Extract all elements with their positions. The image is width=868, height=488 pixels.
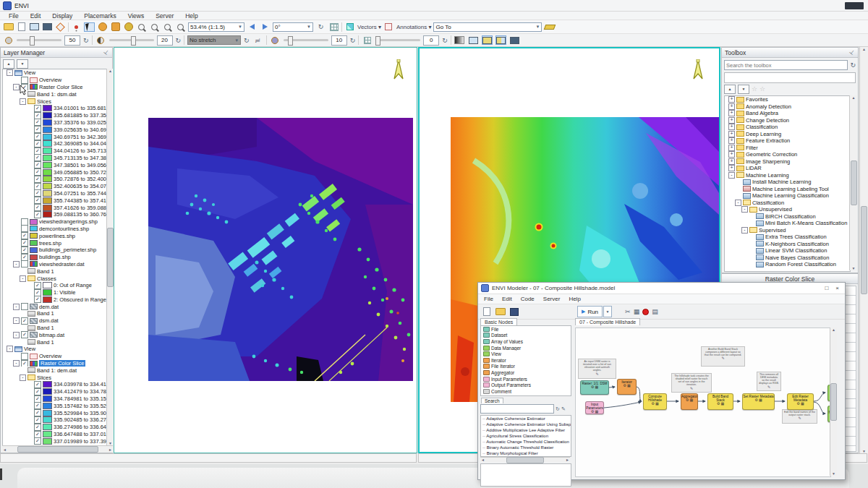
modeler-menu-item[interactable]: Server — [539, 296, 565, 302]
chip-diamond-icon[interactable] — [55, 22, 66, 32]
layer-checkbox[interactable] — [21, 261, 28, 268]
add-favorite-icon[interactable]: ☆ — [752, 85, 757, 93]
layer-checkbox[interactable]: ✓ — [21, 247, 28, 254]
zoom-out-icon[interactable] — [162, 22, 173, 32]
comment-node[interactable]: The hillshade task creates the shaded re… — [671, 373, 712, 393]
layer-checkbox[interactable] — [21, 303, 28, 310]
tree-row[interactable]: ✓345.713135 to 347.384 — [3, 155, 107, 162]
new-view-icon[interactable] — [29, 22, 40, 32]
dsm-raster-image[interactable] — [148, 118, 413, 381]
layer-checkbox[interactable]: ✓ — [34, 155, 41, 162]
tree-row[interactable]: BIRCH Classification — [725, 213, 850, 221]
tree-row[interactable]: -Supervised — [725, 227, 850, 234]
expander-toggle[interactable]: + — [728, 124, 735, 130]
raster-1-1-dsm-node[interactable]: Raster: 1/1: DSM⚙ ▦ — [580, 380, 609, 395]
menu-item[interactable]: Display — [46, 12, 78, 20]
layer-checkbox[interactable]: ✓ — [34, 105, 41, 112]
task-refresh-icon[interactable]: ↻ — [556, 406, 560, 412]
tree-row[interactable]: ✓357.41626 to 359.0881 — [3, 204, 107, 211]
reset-rotation-icon[interactable]: ↻ — [315, 22, 326, 32]
transparency-slider[interactable] — [375, 39, 420, 41]
maximize-icon[interactable]: □ — [825, 285, 828, 291]
layer-checkbox[interactable]: ✓ — [34, 176, 41, 183]
views-layout-icon[interactable] — [42, 22, 53, 32]
menu-item[interactable]: File — [3, 12, 25, 20]
tree-row[interactable]: -Classes — [3, 275, 107, 282]
layer-checkbox[interactable] — [21, 77, 28, 84]
tree-row[interactable]: ✓350.72876 to 352.4006 — [3, 176, 107, 183]
expander-toggle[interactable]: + — [728, 158, 735, 165]
orbit-tool-icon[interactable] — [123, 22, 134, 32]
tree-row[interactable]: ✓334.01001 to 335.6818 — [3, 105, 107, 112]
layer-checkbox[interactable] — [21, 218, 28, 226]
fly-tool-icon[interactable] — [110, 22, 121, 32]
expander-toggle[interactable]: - — [13, 84, 20, 90]
modeler-menu-item[interactable]: Edit — [498, 296, 516, 302]
layer-checkbox[interactable]: ✓ — [34, 409, 41, 416]
layer-checkbox[interactable]: ✓ — [34, 388, 41, 395]
tree-row[interactable]: Band 1: dem.dat — [3, 367, 107, 374]
brightness-value[interactable]: 50 — [64, 35, 80, 46]
record-icon[interactable] — [642, 309, 649, 315]
tree-row[interactable]: +Geometric Correction — [725, 151, 850, 158]
save-model-icon[interactable] — [509, 307, 519, 317]
modeler-title-bar[interactable]: ENVI Modeler - 07 - Composite Hillshade.… — [478, 283, 845, 294]
tree-row[interactable]: ✓trees.shp — [3, 239, 107, 247]
expander-toggle[interactable]: + — [728, 145, 735, 151]
menu-item[interactable]: Placemarks — [78, 12, 122, 20]
layer-checkbox[interactable]: ✓ — [21, 254, 28, 261]
expand-all-button[interactable]: ▼ — [17, 59, 28, 69]
basic-node-item[interactable]: Array of Values — [481, 338, 571, 345]
code-view-icon[interactable]: ▤ — [652, 308, 658, 315]
close-icon[interactable]: × — [835, 285, 839, 291]
goto-combobox[interactable]: Go To▼ — [433, 22, 542, 32]
collapse-all-button[interactable]: ▲ — [724, 85, 736, 94]
annotations-dropdown[interactable]: Annotations ▾ — [396, 24, 432, 30]
layer-checkbox[interactable]: ✓ — [34, 211, 41, 218]
expander-toggle[interactable]: + — [728, 151, 735, 158]
tree-row[interactable]: Install Machine Learning — [725, 179, 850, 186]
basic-node-item[interactable]: Input Parameters — [481, 376, 571, 382]
stretch-reset-icon[interactable]: ↻ — [244, 37, 250, 44]
expander-toggle[interactable]: + — [728, 96, 735, 103]
rotation-select[interactable]: 0°▼ — [273, 22, 313, 32]
flicker-icon[interactable] — [482, 35, 493, 45]
expander-toggle[interactable]: - — [7, 69, 13, 76]
select-cursor-icon[interactable] — [84, 22, 95, 32]
brightness-reset-icon[interactable]: ↻ — [83, 37, 89, 44]
tree-row[interactable]: -✓Raster Color Slice — [3, 360, 107, 367]
layer-checkbox[interactable]: ✓ — [34, 112, 41, 119]
transparency-value[interactable]: 0 — [423, 35, 439, 46]
layer-tree-hscrollbar[interactable]: ◄► — [2, 445, 113, 453]
expander-toggle[interactable]: - — [13, 304, 20, 310]
tree-row[interactable]: viewshedrangerings.shp — [3, 218, 107, 226]
basic-node-item[interactable]: Iterator — [481, 357, 571, 364]
tree-row[interactable]: ✓1: Visible — [3, 289, 107, 296]
window-controls[interactable] — [845, 2, 864, 9]
expander-toggle[interactable]: - — [13, 317, 20, 324]
tree-row[interactable]: Machine Learning Classification — [725, 192, 850, 200]
basic-node-item[interactable]: Output Parameters — [481, 382, 571, 388]
tree-row[interactable]: K-Neighbors Classification — [725, 241, 850, 248]
layer-checkbox[interactable]: ✓ — [34, 289, 41, 296]
tree-row[interactable]: +Image Sharpening — [725, 158, 850, 166]
zoom-fit-model-icon[interactable]: ✂ — [625, 308, 631, 315]
task-item[interactable]: Build Band Stack — [481, 456, 571, 457]
tree-row[interactable]: Extra Trees Classification — [725, 234, 850, 241]
tree-row[interactable]: Band 1 — [3, 310, 107, 317]
tree-row[interactable]: ✓buildings.shp — [3, 254, 107, 261]
tree-row[interactable]: ✓340.69751 to 342.3690 — [3, 133, 107, 140]
run-options-dropdown[interactable]: ▼ — [603, 306, 612, 317]
layer-checkbox[interactable]: ✓ — [34, 282, 41, 289]
tree-row[interactable]: ✓354.07251 to 355.7443 — [3, 190, 107, 197]
zoom-fit-icon[interactable] — [175, 22, 186, 32]
tree-row[interactable]: +Filter — [725, 145, 850, 152]
expander-toggle[interactable]: - — [741, 206, 748, 213]
tree-row[interactable]: -Classification — [725, 200, 850, 207]
tree-row[interactable]: -viewshedraster.dat — [3, 261, 107, 268]
tree-row[interactable]: ✓buildings_perimeter.shp — [3, 247, 107, 254]
tree-row[interactable]: Band 1: dsm.dat — [3, 90, 107, 98]
tree-row[interactable]: ✓336.647488 to 337.019 — [3, 431, 107, 438]
tree-row[interactable]: ✓339.025635 to 340.697 — [3, 126, 107, 133]
layer-checkbox[interactable]: ✓ — [34, 416, 41, 424]
